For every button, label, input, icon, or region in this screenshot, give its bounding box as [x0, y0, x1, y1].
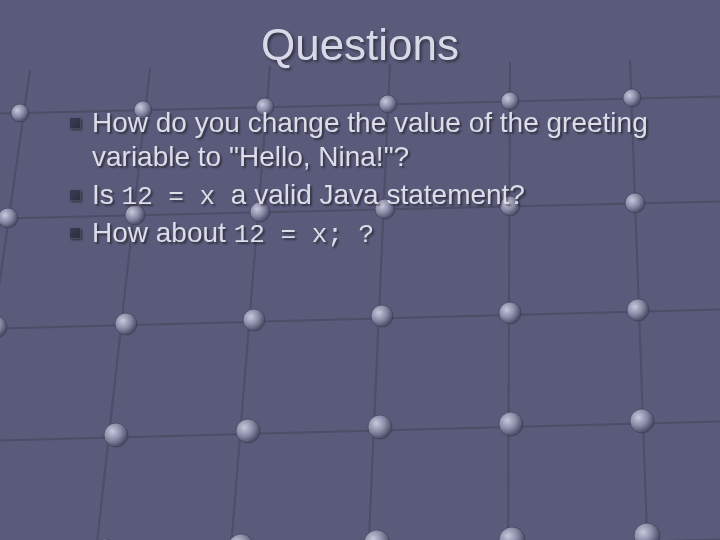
svg-point-38	[228, 534, 254, 540]
svg-point-24	[0, 316, 7, 338]
svg-point-33	[368, 415, 392, 439]
bullet-list: How do you change the value of the greet…	[30, 106, 690, 251]
slide-title: Questions	[30, 20, 690, 70]
svg-point-27	[371, 305, 393, 327]
bullet-text-post: a valid Java statement?	[231, 179, 525, 210]
bullet-item: How do you change the value of the greet…	[70, 106, 690, 176]
bullet-text: Is	[92, 179, 122, 210]
svg-point-29	[627, 299, 649, 321]
svg-line-2	[0, 308, 720, 330]
svg-point-35	[630, 409, 654, 433]
svg-point-32	[236, 419, 260, 443]
svg-line-3	[0, 420, 720, 442]
bullet-item: Is 12 = x a valid Java statement?	[70, 178, 690, 214]
slide-content: Questions How do you change the value of…	[0, 0, 720, 251]
svg-point-34	[499, 412, 523, 436]
svg-point-39	[364, 530, 390, 540]
svg-point-25	[115, 313, 137, 335]
bullet-text: How do you change the value of the greet…	[92, 107, 648, 172]
svg-point-41	[634, 523, 660, 540]
bullet-code: 12 = x	[122, 182, 231, 212]
svg-point-40	[499, 527, 525, 540]
bullet-item: How about 12 = x; ?	[70, 216, 690, 252]
bullet-text: How about	[92, 217, 234, 248]
svg-point-31	[104, 423, 128, 447]
svg-point-26	[243, 309, 265, 331]
bullet-code: 12 = x; ?	[234, 220, 374, 250]
svg-point-28	[499, 302, 521, 324]
